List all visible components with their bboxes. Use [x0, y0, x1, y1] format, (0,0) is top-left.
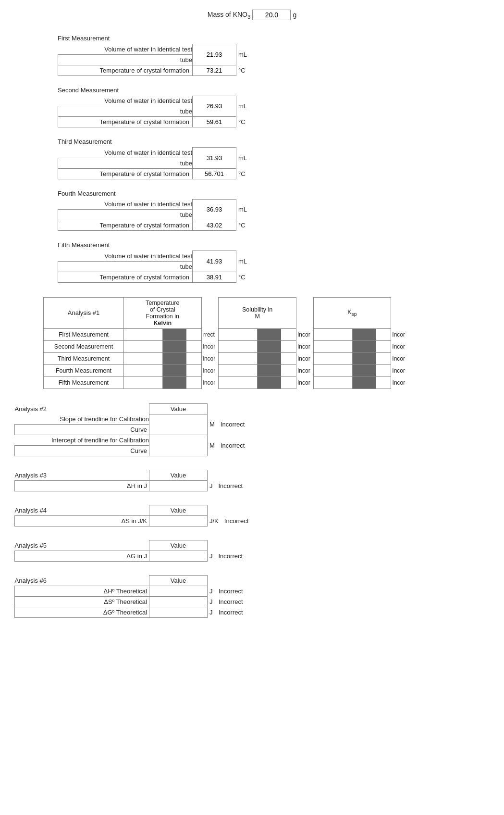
a5-title: Analysis #5 [15, 540, 149, 551]
a1-r1-ksp-status: Incor [391, 328, 408, 340]
a1-r3-ksp-input[interactable] [314, 354, 352, 364]
analysis2-table: Analysis #2 Value Slope of trendline for… [14, 403, 247, 457]
a1-row-4: Fourth Measurement Incor Incor [44, 364, 408, 376]
meas4-temp-label: Temperature of crystal formation [58, 220, 193, 231]
a1-r5-ksp-status: Incor [391, 376, 408, 389]
a2-slope-status: Incorrect [218, 414, 248, 435]
a6-dS-input[interactable] [149, 597, 207, 607]
a5-dG-input[interactable] [149, 551, 207, 561]
meas3-temp-label: Temperature of crystal formation [58, 168, 193, 179]
a2-intercept-input[interactable] [149, 440, 207, 451]
meas3-vol-input[interactable] [193, 153, 236, 163]
a3-dH-status: Incorrect [216, 481, 246, 491]
meas2-temp-unit: °C [236, 117, 250, 127]
a1-r4-ksp-status: Incor [391, 364, 408, 376]
meas4-vol-input[interactable] [193, 204, 236, 214]
a1-row4-label: Fourth Measurement [44, 364, 124, 376]
a3-title: Analysis #3 [15, 470, 149, 481]
a1-r1-ksp-input[interactable] [314, 330, 352, 339]
a1-r2-sol-input[interactable] [219, 342, 257, 351]
a1-r2-ksp-input[interactable] [314, 342, 352, 351]
measurement-4: Fourth Measurement Volume of water in id… [14, 190, 490, 231]
meas1-title: First Measurement [58, 35, 490, 42]
a1-r5-sol-input[interactable] [219, 378, 257, 388]
meas5-temp-unit: °C [236, 272, 250, 282]
analysis2-section: Analysis #2 Value Slope of trendline for… [14, 403, 490, 457]
a4-dS-unit: J/K [208, 516, 221, 527]
meas3-temp-unit: °C [236, 168, 250, 179]
a1-r5-temp-input[interactable] [124, 378, 162, 388]
a3-dH-input[interactable] [149, 481, 207, 491]
a1-r4-temp-input[interactable] [124, 366, 162, 376]
a3-val-header: Value [149, 470, 208, 481]
a1-r1-temp-status: rrect [201, 328, 219, 340]
meas5-vol-input[interactable] [193, 256, 236, 266]
a3-dH-label: ΔH in J [15, 481, 149, 491]
a1-r1-temp-input[interactable] [124, 330, 162, 339]
meas2-vol-input[interactable] [193, 101, 236, 111]
mass-unit: g [293, 11, 296, 19]
analysis6-table: Analysis #6 Value ΔHº Theoretical J Inco… [14, 575, 246, 618]
a6-dH-input[interactable] [149, 586, 207, 596]
a2-slope-label2: Curve [15, 425, 149, 435]
a1-r3-temp-status: Incor [201, 352, 219, 364]
a6-dS-unit: J [208, 597, 216, 607]
a2-slope-unit: M [208, 414, 218, 435]
a1-col-sol: Solubility inM [219, 297, 296, 328]
a6-dG-label: ΔGº Theoretical [15, 607, 149, 618]
a1-r3-ksp-status: Incor [391, 352, 408, 364]
a2-title: Analysis #2 [15, 403, 149, 414]
a1-r4-ksp-input[interactable] [314, 366, 352, 376]
a1-col-temp: Temperatureof CrystalFormation inKelvin [123, 297, 201, 328]
a1-r4-sol-input[interactable] [219, 366, 257, 376]
meas1-vol-input[interactable] [193, 50, 236, 60]
a6-dH-unit: J [208, 586, 216, 597]
meas5-vol-unit: mL [236, 251, 250, 272]
meas5-temp-label: Temperature of crystal formation [58, 272, 193, 282]
meas4-table: Volume of water in identical test mL tub… [58, 199, 250, 231]
meas5-temp-input[interactable] [193, 272, 236, 282]
analysis6-section: Analysis #6 Value ΔHº Theoretical J Inco… [14, 575, 490, 618]
meas4-temp-input[interactable] [193, 220, 236, 230]
meas1-temp-input[interactable] [193, 65, 236, 75]
a4-dS-input[interactable] [149, 516, 207, 526]
a1-r2-sol-status: Incor [296, 340, 313, 352]
a1-r4-sol-status: Incor [296, 364, 313, 376]
meas2-vol-label2: tube [58, 106, 193, 117]
analysis4-section: Analysis #4 Value ΔS in J/K J/K Incorrec… [14, 505, 490, 527]
a1-row-5: Fifth Measurement Incor Incor [44, 376, 408, 389]
meas3-temp-input[interactable] [193, 169, 236, 179]
meas3-vol-label1: Volume of water in identical test [58, 148, 193, 158]
a2-intercept-label1: Intercept of trendline for Calibration [15, 435, 149, 446]
a1-r5-ksp-input[interactable] [314, 378, 352, 388]
a4-dS-status: Incorrect [221, 516, 252, 527]
meas2-temp-label: Temperature of crystal formation [58, 117, 193, 127]
analysis1-section: Analysis #1 Temperatureof CrystalFormati… [14, 297, 490, 389]
a1-row-1: First Measurement rrect Incor [44, 328, 408, 340]
a1-r3-sol-input[interactable] [219, 354, 257, 364]
meas1-vol-label1: Volume of water in identical test [58, 44, 193, 55]
a1-row1-label: First Measurement [44, 328, 124, 340]
a1-row3-label: Third Measurement [44, 352, 124, 364]
a2-slope-label1: Slope of trendline for Calibration [15, 414, 149, 425]
analysis4-table: Analysis #4 Value ΔS in J/K J/K Incorrec… [14, 505, 252, 527]
a2-slope-input[interactable] [149, 419, 207, 429]
analysis5-section: Analysis #5 Value ΔG in J J Incorrect [14, 540, 490, 562]
a3-dH-unit: J [208, 481, 216, 491]
a1-col-ksp: Ksp [313, 297, 391, 328]
meas5-vol-label2: tube [58, 261, 193, 272]
meas2-temp-input[interactable] [193, 117, 236, 127]
a1-r2-temp-input[interactable] [124, 342, 162, 351]
a1-row-3: Third Measurement Incor Incor [44, 352, 408, 364]
a1-r1-sol-input[interactable] [219, 330, 257, 339]
a5-dG-unit: J [208, 551, 216, 562]
meas2-vol-unit: mL [236, 96, 250, 117]
a6-dG-input[interactable] [149, 607, 207, 617]
meas3-title: Third Measurement [58, 138, 490, 145]
a5-dG-label: ΔG in J [15, 551, 149, 562]
mass-input[interactable] [252, 10, 291, 20]
a4-dS-label: ΔS in J/K [15, 516, 149, 527]
a5-dG-status: Incorrect [216, 551, 246, 562]
a1-r3-temp-input[interactable] [124, 354, 162, 364]
meas1-temp-label: Temperature of crystal formation [58, 65, 193, 75]
